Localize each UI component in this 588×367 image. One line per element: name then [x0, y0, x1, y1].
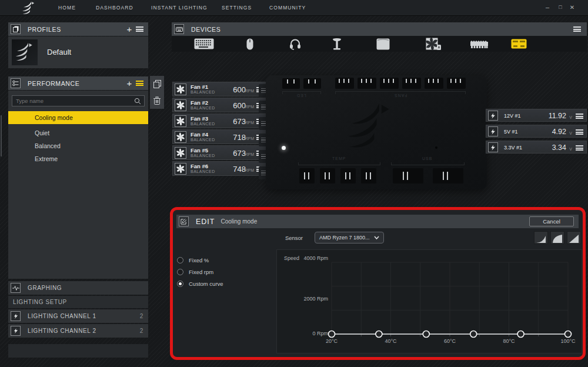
voltage-menu-icon[interactable] — [576, 145, 583, 151]
fan-connector — [380, 78, 399, 89]
fan-row-1[interactable]: Fan #1 BALANCED 600 RPM — [172, 82, 268, 96]
performance-header: PERFORMANCE + — [8, 76, 148, 90]
fan-connector — [358, 78, 376, 89]
fan-mode: BALANCED — [191, 138, 215, 142]
delete-mode-icon[interactable] — [153, 96, 161, 105]
mode-item-extreme[interactable]: Extreme — [8, 153, 148, 165]
profiles-title: PROFILES — [28, 26, 124, 33]
sidebar-scrollbar[interactable] — [1, 115, 2, 156]
device-ram-icon[interactable] — [464, 36, 495, 52]
fan-rpm-value: 600 — [233, 85, 246, 94]
curve-preset-performance-button[interactable] — [567, 231, 581, 244]
device-mouse-icon[interactable] — [235, 36, 265, 52]
fan-mode: BALANCED — [191, 169, 215, 174]
fan-row-2[interactable]: Fan #2 BALANCED 600 RPM — [172, 98, 268, 112]
curve-point[interactable] — [517, 331, 524, 338]
sidebar-item-graphing[interactable]: GRAPHING — [8, 281, 148, 295]
add-profile-button[interactable]: + — [124, 25, 135, 34]
curve-point[interactable] — [470, 331, 477, 338]
device-headset-stand-icon[interactable] — [322, 36, 352, 52]
curve-point[interactable] — [565, 331, 572, 338]
nav-community[interactable]: COMMUNITY — [269, 0, 306, 16]
fan-row-6[interactable]: Fan #6 BALANCED 748 RPM — [172, 161, 268, 176]
curve-point[interactable] — [329, 331, 335, 338]
sidebar-item-lighting-setup[interactable]: LIGHTING SETUP — [8, 296, 148, 308]
device-psu-icon[interactable] — [368, 36, 398, 52]
voltage-row-5v[interactable]: 5V #1 4.92 V — [486, 125, 587, 138]
x-tick-20c: 20°C — [326, 338, 338, 344]
profile-avatar — [12, 39, 38, 65]
radio-fixed-rpm[interactable]: Fixed rpm — [177, 269, 213, 275]
device-keyboard-icon[interactable] — [189, 36, 219, 52]
voltage-menu-icon[interactable] — [576, 129, 583, 135]
curve-point[interactable] — [423, 331, 429, 338]
devices-menu-icon[interactable] — [573, 26, 581, 32]
fan-connector — [402, 78, 421, 89]
sidebar-item-lighting-channel-1[interactable]: LIGHTING CHANNEL 1 2 — [8, 309, 148, 323]
voltage-value: 3.34 — [552, 144, 566, 152]
device-headset-icon[interactable] — [280, 36, 310, 52]
sensor-dropdown[interactable]: AMD Ryzen 7 1800... — [315, 232, 384, 243]
radio-fixed-percent[interactable]: Fixed % — [177, 257, 209, 263]
fan-row-5[interactable]: Fan #5 BALANCED 673 RPM — [172, 145, 268, 160]
fan-icon — [175, 115, 186, 127]
search-icon — [134, 98, 141, 105]
fan-connector — [425, 78, 443, 89]
fan-rpm-value: 673 — [233, 149, 246, 158]
fan-rpm-unit: RPM — [245, 168, 254, 172]
curve-preset-balanced-button[interactable] — [550, 231, 564, 244]
led-connector — [282, 78, 300, 89]
nav-dashboard[interactable]: DASHBOARD — [96, 0, 133, 16]
cancel-button[interactable]: Cancel — [529, 216, 574, 226]
fan-icon — [175, 131, 186, 143]
mode-item-cooling-mode[interactable]: Cooling mode — [8, 111, 148, 124]
chart-speed-label: Speed — [284, 255, 299, 261]
curve-point[interactable] — [376, 331, 382, 338]
performance-menu-icon[interactable] — [136, 81, 143, 86]
curve-preset-quiet-button[interactable] — [534, 231, 548, 244]
nav-home[interactable]: HOME — [58, 0, 76, 16]
maximize-button[interactable]: □ — [555, 0, 566, 16]
device-liquid-cooler-icon[interactable] — [418, 36, 449, 52]
devices-title: DEVICES — [191, 26, 572, 33]
board-label-led: LED — [296, 94, 306, 98]
commander-pro-photo: LED FANS TEMP — [266, 75, 487, 189]
fan-row-3[interactable]: Fan #3 BALANCED 673 RPM — [172, 114, 268, 128]
voltage-menu-icon[interactable] — [576, 114, 583, 119]
fan-curve-chart: Speed 4000 Rpm 2000 Rpm 0 Rpm 20°C 40°C … — [276, 249, 582, 353]
fan-name: Fan #2 — [191, 99, 208, 106]
mode-search-input[interactable] — [12, 98, 134, 104]
mode-item-quiet[interactable]: Quiet — [8, 127, 148, 139]
fan-rpm-value: 600 — [233, 101, 246, 110]
devices-header: DEVICES — [172, 22, 587, 36]
led-connector — [303, 78, 321, 89]
nav-settings[interactable]: SETTINGS — [222, 0, 252, 16]
lighting-setup-label: LIGHTING SETUP — [13, 299, 67, 305]
fan-rpm-value: 718 — [233, 133, 246, 142]
profiles-list: Default — [8, 36, 148, 68]
sidebar-empty-slot — [8, 344, 148, 358]
nav-instant-lighting[interactable]: INSTANT LIGHTING — [151, 0, 208, 16]
voltage-row-12v[interactable]: 12V #1 11.92 V — [486, 109, 587, 122]
radio-label: Fixed rpm — [189, 269, 213, 275]
profiles-menu-icon[interactable] — [136, 26, 143, 32]
temp-connector — [320, 168, 335, 184]
profile-row-default[interactable]: Default — [8, 36, 148, 68]
y-tick-4000: 4000 Rpm — [300, 255, 328, 261]
board-label-temp: TEMP — [332, 156, 346, 161]
radio-custom-curve[interactable]: Custom curve — [177, 281, 223, 287]
copy-mode-icon[interactable] — [153, 80, 161, 88]
add-performance-mode-button[interactable]: + — [124, 79, 135, 88]
mode-item-balanced[interactable]: Balanced — [8, 140, 148, 152]
lightning-icon — [488, 142, 498, 152]
close-button[interactable]: ✕ — [567, 0, 577, 16]
lightning-icon — [488, 126, 498, 136]
temp-connector — [340, 168, 356, 184]
board-status-led — [282, 146, 286, 150]
device-commander-pro-icon-selected[interactable] — [503, 36, 534, 52]
sidebar-item-lighting-channel-2[interactable]: LIGHTING CHANNEL 2 2 — [8, 324, 148, 338]
minimize-button[interactable]: – — [542, 0, 553, 16]
voltage-row-3v3[interactable]: 3.3V #1 3.34 V — [486, 141, 587, 154]
fan-row-4[interactable]: Fan #4 BALANCED 718 RPM — [172, 129, 268, 144]
y-tick-0: 0 Rpm — [300, 331, 328, 336]
